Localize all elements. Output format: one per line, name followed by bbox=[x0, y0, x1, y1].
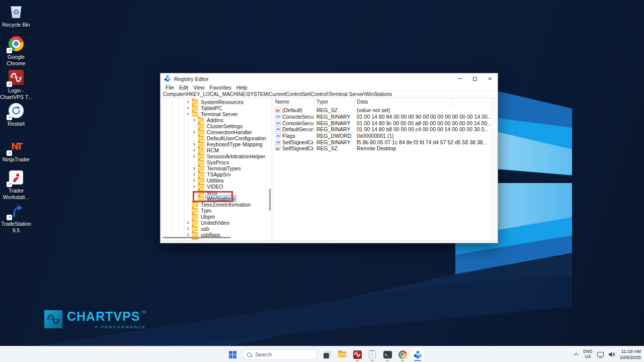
tree-item[interactable]: TerminalTypes bbox=[160, 165, 272, 171]
tree-item[interactable]: DefaultUserConfiguration bbox=[160, 135, 272, 141]
menu-item[interactable]: Edit bbox=[177, 84, 191, 90]
values-vertical-scrollbar[interactable] bbox=[491, 98, 498, 240]
menu-item[interactable]: File bbox=[163, 84, 177, 90]
language-indicator[interactable]: ENG US bbox=[583, 349, 592, 359]
titlebar[interactable]: Registry Editor ✕ bbox=[160, 73, 498, 84]
column-header-name[interactable]: Name bbox=[272, 98, 313, 106]
menu-item[interactable]: Help bbox=[234, 84, 250, 90]
tree-item[interactable]: Utilities bbox=[160, 177, 272, 184]
tree-item[interactable]: usb bbox=[160, 226, 272, 232]
menu-item[interactable]: Favorites bbox=[207, 84, 234, 90]
tree-item[interactable]: ConnectionHandler bbox=[160, 129, 272, 135]
tree-vertical-scrollbar[interactable] bbox=[269, 189, 271, 211]
desktop-icon-trader-workstation[interactable]: ↗ Trader Workstati... bbox=[0, 169, 32, 200]
tree-item[interactable]: RCM bbox=[160, 147, 272, 153]
expand-chevron-icon[interactable] bbox=[192, 130, 197, 135]
expand-chevron-icon[interactable] bbox=[192, 172, 197, 177]
tree-item[interactable]: TabletPC bbox=[160, 105, 272, 111]
maximize-button[interactable] bbox=[467, 73, 482, 84]
tree-item[interactable]: UnitedVideo bbox=[160, 220, 272, 226]
expand-chevron-icon[interactable] bbox=[192, 184, 197, 189]
tree-item[interactable]: TimeZoneInformation bbox=[160, 202, 272, 208]
tree-item[interactable]: ClusterSettings bbox=[160, 123, 272, 129]
shortcut-arrow-icon: ↗ bbox=[7, 215, 12, 220]
expand-chevron-icon[interactable] bbox=[186, 220, 191, 225]
expand-chevron-icon[interactable] bbox=[192, 136, 197, 141]
task-view-button[interactable] bbox=[320, 347, 334, 361]
value-type-icon bbox=[275, 146, 281, 151]
start-button[interactable] bbox=[225, 347, 239, 361]
expand-chevron-icon[interactable] bbox=[192, 166, 197, 171]
desktop-icon-google-chrome[interactable]: ↗ Google Chrome bbox=[0, 35, 32, 66]
registry-value-row[interactable]: SelfSignedCertifi... REG_BINARY f5 8b 80… bbox=[272, 139, 491, 145]
expand-chevron-icon[interactable] bbox=[192, 118, 197, 123]
shortcut-arrow-icon: ↗ bbox=[7, 150, 12, 156]
file-explorer-button[interactable] bbox=[335, 347, 349, 361]
expand-chevron-icon[interactable] bbox=[186, 238, 191, 240]
tree-item[interactable]: TSAppSrv bbox=[160, 171, 272, 177]
taskbar-clock[interactable]: 11:19 AM 10/6/2025 bbox=[620, 348, 641, 361]
tree-horizontal-scrollbar[interactable] bbox=[163, 237, 230, 238]
expand-chevron-icon[interactable] bbox=[186, 226, 191, 231]
chartvps-app-button[interactable] bbox=[350, 347, 364, 361]
volume-icon[interactable] bbox=[608, 351, 615, 357]
registry-value-row[interactable]: ConsoleSecurity REG_BINARY 01 00 14 80 8… bbox=[272, 114, 491, 120]
desktop-icon-login-chartvps[interactable]: ↗ Login - ChartVPS T... bbox=[0, 69, 32, 100]
tree-item[interactable]: Terminal Server bbox=[160, 111, 272, 117]
desktop-icon-ninjatrader[interactable]: NT ↗ NinjaTrader bbox=[0, 138, 32, 163]
registry-values-pane[interactable]: Name Type Data (Default) REG_SZ (value n… bbox=[272, 98, 498, 240]
winstations-highlight-annotation bbox=[193, 191, 233, 202]
tree-item[interactable]: KeyboardType Mapping bbox=[160, 141, 272, 147]
menu-item[interactable]: View bbox=[191, 84, 207, 90]
windows-logo-icon bbox=[229, 351, 236, 358]
registry-value-row[interactable]: ConsoleSecurity... REG_BINARY 01 00 14 8… bbox=[272, 120, 491, 126]
registry-value-row[interactable]: Flags REG_DWORD 0x00000001 (1) bbox=[272, 133, 491, 139]
desktop-icon-tradestation[interactable]: ↗ TradeStation 9.5 bbox=[0, 202, 32, 233]
expand-chevron-icon[interactable] bbox=[192, 142, 197, 147]
registry-editor-button[interactable] bbox=[411, 347, 425, 361]
hidden-icons-chevron[interactable] bbox=[574, 352, 579, 357]
tree-item[interactable]: Tpm bbox=[160, 208, 272, 214]
close-button[interactable]: ✕ bbox=[482, 73, 498, 84]
registry-tree-pane[interactable]: SystemResources TabletPC Terminal Server bbox=[160, 98, 272, 240]
expand-chevron-icon[interactable] bbox=[186, 112, 191, 117]
column-divider[interactable] bbox=[451, 98, 452, 106]
notepad-icon bbox=[369, 350, 376, 358]
tree-item[interactable]: SessionArbitrationHelper bbox=[160, 153, 272, 159]
value-type-icon bbox=[275, 127, 281, 132]
notepad-button[interactable] bbox=[365, 347, 379, 361]
network-icon[interactable] bbox=[597, 352, 604, 357]
folder-icon bbox=[198, 160, 204, 165]
tree-item[interactable]: Ubpm bbox=[160, 214, 272, 220]
tree-item[interactable]: VIDEO bbox=[160, 184, 272, 190]
tree-item[interactable]: SysProcs bbox=[160, 159, 272, 165]
address-bar[interactable]: Computer\HKEY_LOCAL_MACHINE\SYSTEM\Curre… bbox=[160, 91, 498, 98]
expand-chevron-icon[interactable] bbox=[192, 178, 197, 183]
expand-chevron-icon[interactable] bbox=[186, 214, 191, 219]
folder-icon bbox=[192, 112, 198, 117]
tree-item[interactable]: SystemResources bbox=[160, 99, 272, 105]
expand-chevron-icon[interactable] bbox=[192, 154, 197, 159]
desktop-icon-restart[interactable]: ↗ Restart bbox=[0, 102, 32, 127]
tree-item[interactable]: AddIns bbox=[160, 117, 272, 123]
taskbar-search[interactable]: Search bbox=[242, 349, 317, 360]
column-divider[interactable] bbox=[354, 98, 354, 106]
desktop-icon-label: Recycle Bin bbox=[2, 22, 30, 28]
expand-chevron-icon[interactable] bbox=[186, 100, 191, 105]
expand-chevron-icon[interactable] bbox=[186, 208, 191, 213]
registry-value-row[interactable]: SelfSignedCertSt... REG_SZ Remote Deskto… bbox=[272, 145, 491, 152]
desktop-icon-recycle-bin[interactable]: ♻ Recycle Bin bbox=[0, 3, 32, 28]
column-header-data[interactable]: Data bbox=[354, 98, 498, 106]
registry-value-row[interactable]: (Default) REG_SZ (value not set) bbox=[272, 107, 491, 114]
column-divider[interactable] bbox=[313, 98, 314, 106]
column-header-type[interactable]: Type bbox=[313, 98, 354, 106]
expand-chevron-icon[interactable] bbox=[192, 160, 197, 165]
expand-chevron-icon[interactable] bbox=[186, 202, 191, 207]
registry-value-row[interactable]: DefaultSecurity REG_BINARY 01 00 14 80 b… bbox=[272, 126, 491, 133]
chrome-button[interactable] bbox=[395, 347, 410, 361]
expand-chevron-icon[interactable] bbox=[192, 148, 197, 153]
minimize-button[interactable] bbox=[452, 73, 467, 84]
expand-chevron-icon[interactable] bbox=[192, 124, 197, 129]
terminal-button[interactable]: >_ bbox=[380, 347, 394, 361]
expand-chevron-icon[interactable] bbox=[186, 106, 191, 111]
